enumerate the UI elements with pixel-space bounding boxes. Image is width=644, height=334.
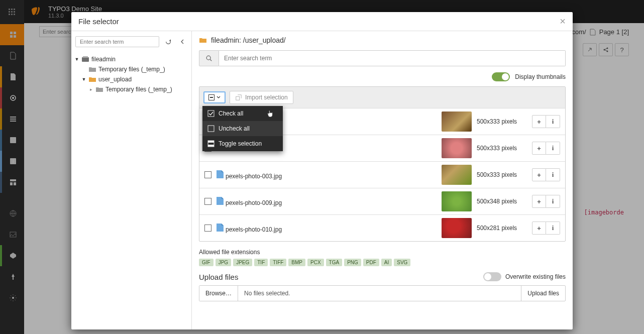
- add-button[interactable]: +: [532, 168, 546, 181]
- search-icon: [205, 55, 212, 62]
- image-file-icon: [217, 170, 224, 178]
- file-dimensions: 500x348 pixels: [477, 198, 527, 205]
- info-button[interactable]: i: [546, 142, 560, 155]
- toggle-selection-item[interactable]: Toggle selection: [202, 136, 283, 151]
- upload-button[interactable]: Upload files: [521, 286, 565, 301]
- ext-tag: TIF: [254, 259, 268, 266]
- checkbox-checked-icon: [207, 110, 214, 117]
- tree-item-user-upload[interactable]: ▼ user_upload: [74, 74, 188, 84]
- checkbox-empty-icon: [207, 125, 214, 132]
- browse-button[interactable]: Browse…: [199, 286, 238, 301]
- folder-icon: [199, 37, 207, 44]
- breadcrumb: fileadmin: /user_upload/: [199, 36, 566, 44]
- check-all-item[interactable]: Check all: [202, 106, 283, 121]
- ext-tag: JPG: [216, 259, 231, 266]
- close-icon[interactable]: ×: [560, 16, 566, 27]
- no-files-label: No files selected.: [238, 286, 521, 301]
- path-label: fileadmin: /user_upload/: [211, 36, 286, 44]
- add-button[interactable]: +: [532, 142, 546, 155]
- file-dimensions: 500x333 pixels: [477, 118, 527, 125]
- import-label: Import selection: [245, 94, 288, 101]
- check-all-label: Check all: [219, 110, 243, 117]
- ext-tag: SVG: [394, 259, 410, 266]
- svg-rect-30: [82, 57, 89, 62]
- file-list-pane: fileadmin: /user_upload/ Display thumbna…: [192, 31, 573, 329]
- selection-dropdown-menu: Check all Uncheck all Toggle selection: [202, 106, 283, 151]
- file-search-input[interactable]: [219, 50, 566, 66]
- modal-overlay: File selector × ▼ fileadmin: [0, 0, 644, 334]
- chevron-down-icon: [217, 95, 221, 99]
- ext-tag: TGA: [326, 259, 343, 266]
- folder-tree: ▼ fileadmin Temporary files (_temp_) ▼ u…: [71, 52, 191, 329]
- selection-dropdown-button[interactable]: [203, 91, 226, 103]
- indeterminate-icon: [208, 94, 214, 100]
- file-selector-modal: File selector × ▼ fileadmin: [71, 12, 573, 329]
- extension-tags: GIF JPG JPEG TIF TIFF BMP PCX TGA PNG PD…: [199, 259, 566, 266]
- file-checkbox[interactable]: [204, 225, 211, 232]
- file-row[interactable]: pexels-photo-009.jpg 500x348 pixels + i: [199, 188, 565, 214]
- file-thumbnail: [442, 191, 472, 211]
- ext-tag: TIFF: [270, 259, 286, 266]
- thumbnails-toggle[interactable]: [492, 72, 510, 81]
- ext-tag: BMP: [288, 259, 305, 266]
- file-checkbox[interactable]: [204, 198, 211, 205]
- info-button[interactable]: i: [546, 115, 560, 128]
- import-icon: [235, 94, 242, 101]
- uncheck-all-item[interactable]: Uncheck all: [202, 121, 283, 136]
- add-button[interactable]: +: [532, 195, 546, 208]
- file-toolbar: Import selection Check all Uncheck all: [199, 87, 565, 108]
- svg-point-32: [206, 56, 210, 60]
- file-thumbnail: [442, 218, 472, 238]
- image-file-icon: [217, 224, 224, 232]
- file-row[interactable]: pexels-photo-003.jpg 500x333 pixels + i: [199, 161, 565, 188]
- file-thumbnail: [442, 112, 472, 132]
- modal-header: File selector ×: [71, 12, 573, 31]
- search-button[interactable]: [199, 50, 219, 66]
- tree-search-input[interactable]: [75, 36, 159, 47]
- ext-tag: PNG: [344, 259, 361, 266]
- collapse-icon[interactable]: [177, 37, 187, 47]
- svg-rect-36: [208, 110, 214, 117]
- upload-title: Upload files: [199, 273, 238, 281]
- file-row[interactable]: pexels-photo-010.jpg 500x281 pixels + i: [199, 214, 565, 241]
- ext-tag: JPEG: [233, 259, 252, 266]
- import-selection-button[interactable]: Import selection: [230, 91, 293, 104]
- file-thumbnail: [442, 138, 472, 158]
- add-button[interactable]: +: [532, 221, 546, 235]
- svg-rect-31: [83, 56, 88, 58]
- add-button[interactable]: +: [532, 115, 546, 128]
- svg-rect-34: [210, 97, 213, 98]
- upload-row: Browse… No files selected. Upload files: [199, 285, 566, 301]
- info-button[interactable]: i: [546, 195, 560, 208]
- file-dimensions: 500x281 pixels: [477, 225, 527, 232]
- ext-tag: PCX: [307, 259, 324, 266]
- file-list-box: Import selection Check all Uncheck all: [199, 86, 566, 242]
- modal-title: File selector: [78, 17, 119, 26]
- info-button[interactable]: i: [546, 168, 560, 181]
- folder-tree-pane: ▼ fileadmin Temporary files (_temp_) ▼ u…: [71, 31, 192, 329]
- tree-item[interactable]: Temporary files (_temp_): [74, 64, 188, 74]
- ext-tag: GIF: [199, 259, 213, 266]
- info-button[interactable]: i: [546, 221, 560, 235]
- allowed-extensions-label: Allowed file extensions: [199, 249, 566, 256]
- overwrite-label: Overwrite existing files: [505, 273, 566, 280]
- file-checkbox[interactable]: [204, 171, 211, 178]
- tree-root[interactable]: ▼ fileadmin: [74, 54, 188, 64]
- toggle-selection-icon: [207, 140, 214, 147]
- tree-root-label: fileadmin: [91, 56, 116, 63]
- tree-item-label: user_upload: [98, 76, 132, 83]
- overwrite-toggle[interactable]: [483, 272, 501, 281]
- svg-rect-35: [236, 96, 240, 100]
- toggle-selection-label: Toggle selection: [219, 140, 262, 147]
- refresh-icon[interactable]: [163, 37, 173, 47]
- file-name: pexels-photo-003.jpg: [217, 170, 437, 180]
- tree-item[interactable]: ▸ Temporary files (_temp_): [74, 84, 188, 94]
- uncheck-all-label: Uncheck all: [219, 125, 250, 132]
- tree-item-label: Temporary files (_temp_): [105, 86, 172, 93]
- file-dimensions: 500x333 pixels: [477, 145, 527, 152]
- file-name: pexels-photo-009.jpg: [217, 197, 437, 206]
- file-thumbnail: [442, 165, 472, 185]
- image-file-icon: [217, 197, 224, 205]
- ext-tag: PDF: [363, 259, 379, 266]
- tree-item-label: Temporary files (_temp_): [98, 66, 165, 73]
